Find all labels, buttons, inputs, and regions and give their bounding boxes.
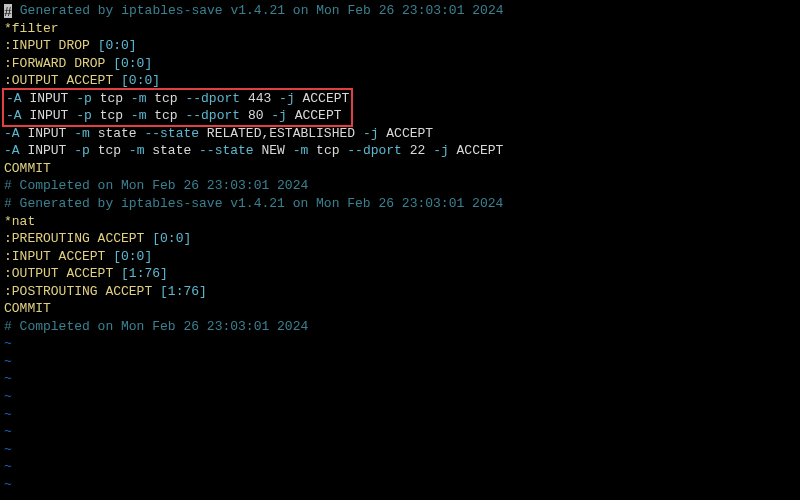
highlighted-rules-box: -A INPUT -p tcp -m tcp --dport 443 -j AC… [2, 88, 353, 127]
vim-tilde: ~ [4, 441, 796, 459]
terminal-editor[interactable]: # Generated by iptables-save v1.4.21 on … [4, 2, 796, 493]
line-completed2: # Completed on Mon Feb 26 23:03:01 2024 [4, 318, 796, 336]
line-input-drop: :INPUT DROP [0:0] [4, 37, 796, 55]
line-nat-output: :OUTPUT ACCEPT [1:76] [4, 265, 796, 283]
vim-tilde: ~ [4, 458, 796, 476]
line-commit2: COMMIT [4, 300, 796, 318]
line-prerouting: :PREROUTING ACCEPT [0:0] [4, 230, 796, 248]
line-gen2: # Generated by iptables-save v1.4.21 on … [4, 195, 796, 213]
vim-tilde: ~ [4, 406, 796, 424]
line-commit1: COMMIT [4, 160, 796, 178]
vim-tilde: ~ [4, 476, 796, 494]
vim-tilde: ~ [4, 388, 796, 406]
vim-tilde: ~ [4, 423, 796, 441]
cursor: # [4, 4, 12, 18]
vim-tilde: ~ [4, 335, 796, 353]
line-rule-443: -A INPUT -p tcp -m tcp --dport 443 -j AC… [6, 90, 349, 108]
line-postrouting: :POSTROUTING ACCEPT [1:76] [4, 283, 796, 301]
line-nat: *nat [4, 213, 796, 231]
line-nat-input: :INPUT ACCEPT [0:0] [4, 248, 796, 266]
line-gen1: # Generated by iptables-save v1.4.21 on … [4, 2, 796, 20]
line-forward-drop: :FORWARD DROP [0:0] [4, 55, 796, 73]
line-filter: *filter [4, 20, 796, 38]
line-rule-80: -A INPUT -p tcp -m tcp --dport 80 -j ACC… [6, 107, 349, 125]
vim-tilde: ~ [4, 370, 796, 388]
line-rule-state: -A INPUT -m state --state RELATED,ESTABL… [4, 125, 796, 143]
line-completed1: # Completed on Mon Feb 26 23:03:01 2024 [4, 177, 796, 195]
vim-tilde: ~ [4, 353, 796, 371]
line-rule-22: -A INPUT -p tcp -m state --state NEW -m … [4, 142, 796, 160]
